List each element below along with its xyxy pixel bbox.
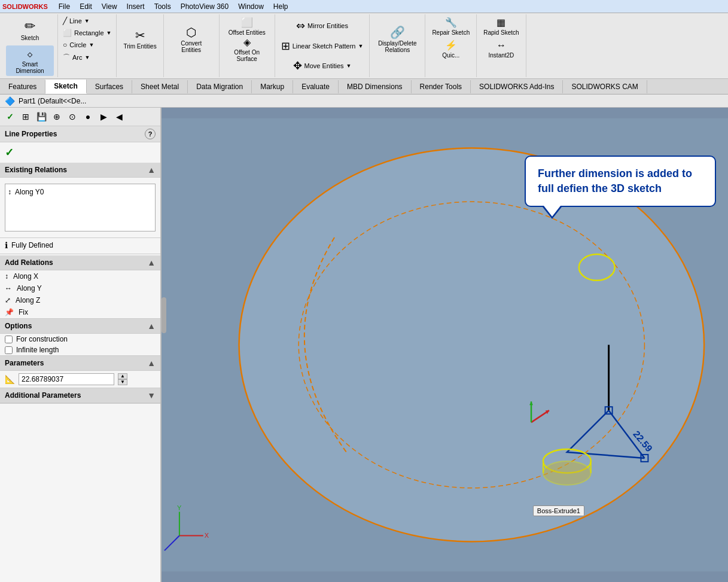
- options-collapse[interactable]: ▲: [147, 321, 156, 331]
- move-dropdown[interactable]: ▼: [346, 63, 352, 69]
- mirror-label: Mirror Entities: [307, 22, 348, 29]
- infinite-length-label[interactable]: Infinite length: [16, 346, 59, 354]
- tab-sketch[interactable]: Sketch: [45, 80, 86, 94]
- line-dropdown[interactable]: ▼: [84, 18, 90, 24]
- parameters-collapse[interactable]: ▲: [147, 358, 156, 368]
- rectangle-dropdown[interactable]: ▼: [106, 30, 112, 36]
- parameter-input[interactable]: [19, 373, 114, 385]
- stepper-up[interactable]: ▲: [118, 373, 127, 379]
- viewport-scrollbar-handle[interactable]: [162, 297, 166, 333]
- sketch-label: Sketch: [21, 35, 39, 41]
- along-y-item[interactable]: ↔ Along Y: [0, 282, 160, 294]
- along-x-icon: ↕: [5, 272, 8, 281]
- menu-edit[interactable]: Edit: [75, 2, 97, 11]
- menu-tools[interactable]: Tools: [150, 2, 176, 11]
- rapid-sketch-icon: ▦: [496, 18, 505, 28]
- offset-surface-button[interactable]: ◈ Offset On Surface: [223, 38, 271, 61]
- panel-back-icon[interactable]: ◀: [112, 110, 126, 123]
- menu-file[interactable]: File: [54, 2, 75, 11]
- along-z-label: Along Z: [16, 296, 40, 304]
- panel-add-icon[interactable]: ⊕: [50, 110, 63, 123]
- tab-markup[interactable]: Markup: [252, 80, 293, 93]
- menu-help[interactable]: Help: [269, 2, 293, 11]
- add-relations-header[interactable]: Add Relations ▲: [0, 255, 160, 270]
- offset-surface-icon: ◈: [243, 38, 251, 47]
- options-section: Options ▲ For construction Infinite leng…: [0, 319, 160, 356]
- for-construction-checkbox[interactable]: [5, 336, 13, 343]
- tab-mbd[interactable]: MBD Dimensions: [339, 80, 412, 93]
- line-button[interactable]: ╱ Line ▼: [62, 16, 112, 26]
- menu-insert[interactable]: Insert: [122, 2, 150, 11]
- smart-dimension-button[interactable]: ⬦ Smart Dimension: [6, 45, 54, 76]
- status-row: ℹ Fully Defined: [0, 238, 160, 252]
- options-header[interactable]: Options ▲: [0, 319, 160, 334]
- confirm-icon[interactable]: ✓: [4, 110, 17, 123]
- mirror-entities-button[interactable]: ⇔ Mirror Entities: [294, 16, 351, 36]
- repair-sketch-button[interactable]: 🔧 Repair Sketch: [429, 16, 473, 38]
- rapid-sketch-button[interactable]: ▦ Rapid Sketch: [480, 16, 522, 38]
- offset-entities-button[interactable]: ⬜ Offset Entities: [226, 16, 269, 38]
- panel-target-icon[interactable]: ⊙: [66, 110, 79, 123]
- circle-dropdown[interactable]: ▼: [89, 42, 94, 48]
- infinite-length-row: Infinite length: [0, 345, 160, 355]
- convert-entities-button[interactable]: ⬡ Convert Entities: [167, 16, 215, 63]
- move-label: Move Entities: [304, 62, 344, 69]
- along-x-item[interactable]: ↕ Along X: [0, 270, 160, 282]
- existing-relations-header[interactable]: Existing Relations ▲: [0, 163, 160, 178]
- for-construction-label[interactable]: For construction: [16, 335, 68, 343]
- linear-dropdown[interactable]: ▼: [358, 43, 363, 49]
- fix-item[interactable]: 📌 Fix: [0, 306, 160, 318]
- additional-parameters-header[interactable]: Additional Parameters ▼: [0, 388, 160, 403]
- relation-item-along-y0[interactable]: ↕ Along Y0: [8, 187, 153, 197]
- move-entities-button[interactable]: ✥ Move Entities ▼: [291, 56, 354, 76]
- panel-save-icon[interactable]: 💾: [35, 110, 48, 123]
- along-y-icon: ↔: [5, 284, 12, 292]
- quick-snaps-icon: ⚡: [445, 41, 457, 50]
- display-delete-button[interactable]: 🔗 Display/Delete Relations: [373, 16, 421, 63]
- arc-button[interactable]: ⌒ Arc ▼: [62, 51, 112, 64]
- help-button[interactable]: ?: [145, 129, 156, 139]
- infinite-length-checkbox[interactable]: [5, 346, 13, 354]
- add-relations-collapse[interactable]: ▲: [147, 258, 156, 267]
- relation-along-y0-label: Along Y0: [15, 188, 44, 196]
- sketch-button[interactable]: ✏ Sketch: [17, 16, 43, 45]
- menu-view[interactable]: View: [97, 2, 122, 11]
- svg-point-1: [239, 148, 705, 542]
- arc-dropdown[interactable]: ▼: [85, 54, 90, 60]
- repair-sketch-label: Repair Sketch: [432, 29, 470, 36]
- toolbar-offset-group: ⬜ Offset Entities ◈ Offset On Surface: [220, 14, 275, 77]
- existing-relations-collapse[interactable]: ▲: [147, 165, 156, 175]
- fix-icon: 📌: [5, 308, 14, 316]
- panel-circle-icon[interactable]: ●: [81, 110, 95, 123]
- tab-cam[interactable]: SOLIDWORKS CAM: [563, 80, 647, 93]
- tab-data-migration[interactable]: Data Migration: [188, 80, 252, 93]
- offset-surface-label: Offset On Surface: [226, 49, 268, 62]
- quick-snaps-button[interactable]: ⚡ Quic...: [438, 38, 464, 61]
- trim-entities-button[interactable]: ✂ Trim Entities: [120, 16, 159, 63]
- part-icon: 🔷: [5, 96, 15, 106]
- along-x-label: Along X: [13, 272, 38, 281]
- parameters-title: Parameters: [5, 359, 44, 367]
- tab-addins[interactable]: SOLIDWORKS Add-Ins: [471, 80, 563, 93]
- confirm-check[interactable]: ✓: [0, 142, 160, 163]
- additional-parameters-collapse[interactable]: ▼: [147, 391, 156, 400]
- panel-grid-icon[interactable]: ⊞: [19, 110, 32, 123]
- menu-window[interactable]: Window: [233, 2, 269, 11]
- circle-button[interactable]: ○ Circle ▼: [62, 39, 112, 50]
- stepper-down[interactable]: ▼: [118, 379, 127, 385]
- offset-entities-label: Offset Entities: [229, 29, 266, 36]
- linear-sketch-icon: ⊞: [281, 39, 290, 53]
- tab-evaluate[interactable]: Evaluate: [293, 80, 339, 93]
- tab-surfaces[interactable]: Surfaces: [87, 80, 132, 93]
- parameters-header[interactable]: Parameters ▲: [0, 356, 160, 371]
- tab-render[interactable]: Render Tools: [412, 80, 471, 93]
- panel-forward-icon[interactable]: ▶: [97, 110, 110, 123]
- rectangle-label: Rectangle: [74, 29, 104, 36]
- tab-sheet-metal[interactable]: Sheet Metal: [132, 80, 188, 93]
- linear-sketch-button[interactable]: ⊞ Linear Sketch Pattern ▼: [279, 36, 366, 56]
- rectangle-button[interactable]: ⬜ Rectangle ▼: [62, 28, 112, 38]
- tab-features[interactable]: Features: [0, 80, 45, 93]
- instant2d-button[interactable]: ↔ Instant2D: [486, 38, 517, 61]
- menu-photoview[interactable]: PhotoView 360: [176, 2, 234, 11]
- along-z-item[interactable]: ⤢ Along Z: [0, 294, 160, 306]
